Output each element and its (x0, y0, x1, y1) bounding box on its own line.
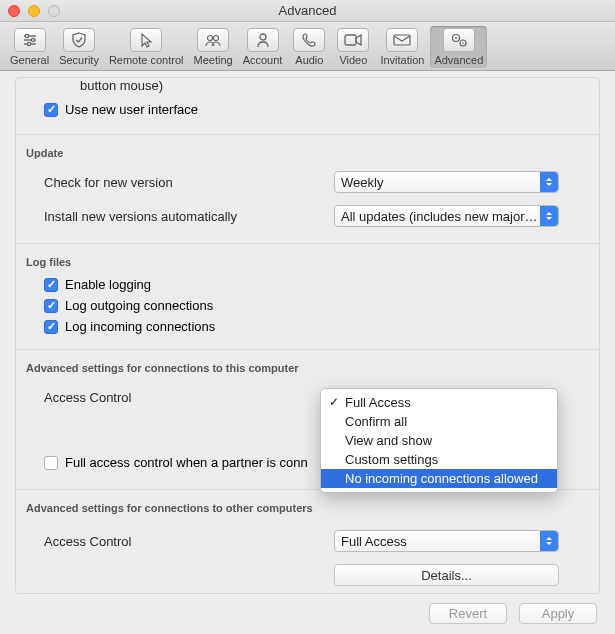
access-control-other-label: Access Control (44, 534, 334, 549)
access-control-other-value: Full Access (341, 534, 407, 549)
check-version-value: Weekly (341, 175, 383, 190)
apply-button[interactable]: Apply (519, 603, 597, 624)
toolbar-label: Audio (295, 54, 323, 66)
enable-logging-checkbox[interactable] (44, 278, 58, 292)
use-new-ui-checkbox[interactable] (44, 103, 58, 117)
log-incoming-checkbox[interactable] (44, 320, 58, 334)
svg-point-12 (455, 37, 457, 39)
toolbar-invitation[interactable]: Invitation (376, 26, 428, 68)
check-version-select[interactable]: Weekly (334, 171, 559, 193)
cursor-icon (130, 28, 162, 52)
toolbar-label: Remote control (109, 54, 184, 66)
svg-point-7 (214, 36, 219, 41)
toolbar-meeting[interactable]: Meeting (189, 26, 236, 68)
toolbar-label: Meeting (193, 54, 232, 66)
full-access-partner-label: Full access control when a partner is co… (65, 455, 308, 470)
svg-point-3 (25, 34, 28, 37)
select-arrows-icon (540, 531, 558, 551)
preferences-toolbar: General Security Remote control Meeting … (0, 22, 615, 71)
person-icon (247, 28, 279, 52)
phone-icon (293, 28, 325, 52)
gears-icon (443, 28, 475, 52)
install-auto-value: All updates (includes new major… (341, 209, 538, 224)
toolbar-remote-control[interactable]: Remote control (105, 26, 188, 68)
log-outgoing-checkbox[interactable] (44, 299, 58, 313)
toolbar-label: Invitation (380, 54, 424, 66)
select-arrows-icon (540, 172, 558, 192)
check-version-label: Check for new version (44, 175, 334, 190)
details-button[interactable]: Details... (334, 564, 559, 586)
log-incoming-label: Log incoming connections (65, 319, 215, 334)
access-control-other-select[interactable]: Full Access (334, 530, 559, 552)
use-new-ui-label: Use new user interface (65, 102, 198, 117)
video-icon (337, 28, 369, 52)
toolbar-general[interactable]: General (6, 26, 53, 68)
svg-rect-9 (345, 35, 356, 45)
svg-point-6 (208, 36, 213, 41)
envelope-icon (386, 28, 418, 52)
toolbar-label: Security (59, 54, 99, 66)
menu-item-view-and-show[interactable]: View and show (321, 431, 557, 450)
window-title: Advanced (0, 3, 615, 18)
access-control-dropdown-menu: Full Access Confirm all View and show Cu… (320, 388, 558, 493)
logs-heading: Log files (16, 243, 599, 274)
toolbar-label: General (10, 54, 49, 66)
revert-button[interactable]: Revert (429, 603, 507, 624)
svg-rect-10 (394, 35, 410, 45)
update-heading: Update (16, 134, 599, 165)
svg-point-14 (462, 42, 464, 44)
toolbar-security[interactable]: Security (55, 26, 103, 68)
menu-item-custom-settings[interactable]: Custom settings (321, 450, 557, 469)
toolbar-advanced[interactable]: Advanced (430, 26, 487, 68)
svg-point-4 (31, 38, 34, 41)
access-control-this-label: Access Control (44, 390, 334, 405)
toolbar-label: Advanced (434, 54, 483, 66)
shield-icon (63, 28, 95, 52)
toolbar-video[interactable]: Video (332, 26, 374, 68)
adv-this-heading: Advanced settings for connections to thi… (16, 349, 599, 380)
adv-other-heading: Advanced settings for connections to oth… (16, 489, 599, 520)
select-arrows-icon (540, 206, 558, 226)
install-auto-label: Install new versions automatically (44, 209, 334, 224)
menu-item-no-incoming[interactable]: No incoming connections allowed (321, 469, 557, 488)
toolbar-label: Account (243, 54, 283, 66)
menu-item-full-access[interactable]: Full Access (321, 393, 557, 412)
svg-point-5 (27, 42, 30, 45)
enable-logging-label: Enable logging (65, 277, 151, 292)
svg-point-8 (260, 34, 266, 40)
toolbar-label: Video (339, 54, 367, 66)
full-access-partner-checkbox[interactable] (44, 456, 58, 470)
menu-item-confirm-all[interactable]: Confirm all (321, 412, 557, 431)
partial-text-line: button mouse) (16, 78, 599, 99)
settings-content: button mouse) Use new user interface Upd… (15, 77, 600, 594)
install-auto-select[interactable]: All updates (includes new major… (334, 205, 559, 227)
toolbar-account[interactable]: Account (239, 26, 287, 68)
people-icon (197, 28, 229, 52)
sliders-icon (14, 28, 46, 52)
toolbar-audio[interactable]: Audio (288, 26, 330, 68)
log-outgoing-label: Log outgoing connections (65, 298, 213, 313)
